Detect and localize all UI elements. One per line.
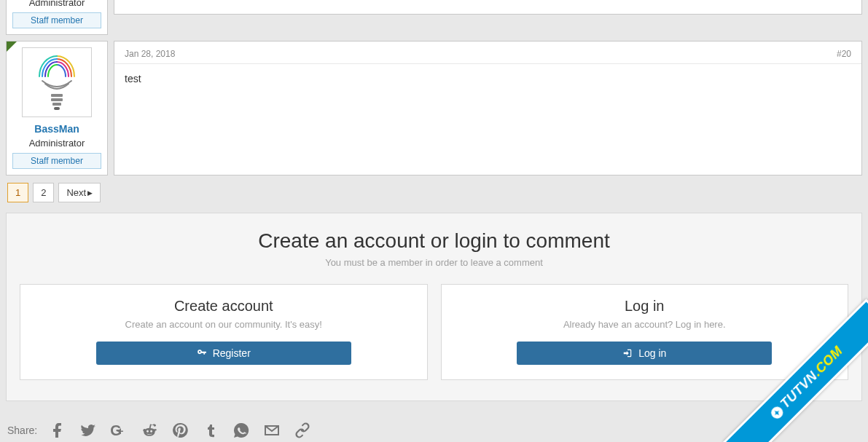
post-row: BassMan Administrator Staff member Jan 2… xyxy=(6,41,862,175)
post-header: Jan 28, 2018 #20 xyxy=(114,42,861,64)
register-button[interactable]: Register xyxy=(96,342,351,365)
login-button-label: Log in xyxy=(638,347,666,359)
user-role: Administrator xyxy=(12,0,101,8)
user-badge: Staff member xyxy=(12,12,101,28)
tumblr-icon[interactable] xyxy=(202,422,219,439)
svg-rect-2 xyxy=(52,103,61,106)
login-subtitle: Already have an account? Log in here. xyxy=(456,319,834,330)
comment-cta-section: Create an account or login to comment Yo… xyxy=(6,213,862,401)
svg-rect-3 xyxy=(54,107,60,110)
post-row-partial: Administrator Staff member xyxy=(6,0,862,35)
svg-rect-1 xyxy=(51,98,63,101)
whatsapp-icon[interactable] xyxy=(232,422,250,439)
page-next-label: Next xyxy=(66,187,86,198)
user-badge: Staff member xyxy=(12,153,101,169)
share-icons: G+ xyxy=(49,422,311,439)
user-name-link[interactable]: BassMan xyxy=(12,123,101,135)
pinterest-icon[interactable] xyxy=(171,422,189,439)
login-arrow-icon xyxy=(622,348,633,358)
corner-banner xyxy=(7,42,17,52)
share-label: Share: xyxy=(7,425,37,436)
link-icon[interactable] xyxy=(294,422,311,439)
avatar[interactable] xyxy=(22,47,92,117)
post-body-cell: Jan 28, 2018 #20 test xyxy=(114,41,862,175)
globe-icon: ✦ xyxy=(769,405,786,422)
post-date-link[interactable]: Jan 28, 2018 xyxy=(125,49,175,59)
register-button-label: Register xyxy=(213,347,251,359)
login-button[interactable]: Log in xyxy=(517,342,772,365)
post-number-link[interactable]: #20 xyxy=(837,49,851,59)
login-title: Log in xyxy=(456,298,834,315)
pagination: 1 2 Next ▶ xyxy=(7,183,862,202)
post-body-cell xyxy=(114,0,862,15)
page-1-button[interactable]: 1 xyxy=(7,183,28,202)
chevron-right-icon: ▶ xyxy=(87,189,93,197)
page-next-button[interactable]: Next ▶ xyxy=(58,183,101,202)
create-account-subtitle: Create an account on our community. It's… xyxy=(35,319,413,330)
post-user-cell: BassMan Administrator Staff member xyxy=(6,41,108,175)
google-plus-icon[interactable]: G+ xyxy=(110,422,128,439)
cta-subtitle: You must be a member in order to leave a… xyxy=(20,257,848,268)
page-2-button[interactable]: 2 xyxy=(33,183,54,202)
svg-rect-0 xyxy=(51,94,63,97)
create-account-title: Create account xyxy=(35,298,413,315)
key-icon xyxy=(197,348,207,358)
post-content: test xyxy=(114,64,861,106)
reddit-icon[interactable] xyxy=(141,422,158,439)
facebook-icon[interactable] xyxy=(49,422,66,439)
user-role: Administrator xyxy=(12,138,101,149)
login-box: Log in Already have an account? Log in h… xyxy=(441,284,849,380)
email-icon[interactable] xyxy=(263,422,281,439)
lightbulb-avatar-icon xyxy=(34,53,80,111)
cta-title: Create an account or login to comment xyxy=(20,229,848,253)
post-user-cell: Administrator Staff member xyxy=(6,0,108,35)
create-account-box: Create account Create an account on our … xyxy=(20,284,428,380)
twitter-icon[interactable] xyxy=(79,422,97,439)
